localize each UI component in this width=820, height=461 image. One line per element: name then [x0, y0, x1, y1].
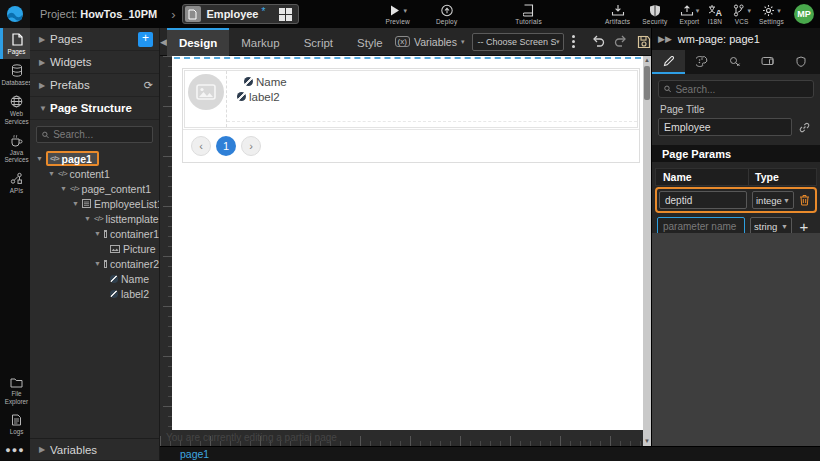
export-button[interactable]: ▾ Export — [679, 4, 699, 25]
scroll-down-icon[interactable]: ▼ — [643, 437, 651, 446]
unsaved-marker: * — [261, 6, 265, 17]
tab-events[interactable] — [718, 50, 751, 74]
globe-icon — [10, 95, 23, 108]
rail-item-java-services[interactable]: Java Services — [0, 129, 30, 167]
name-label-widget[interactable]: Name — [244, 74, 633, 89]
rail-item-databases[interactable]: Databases — [0, 59, 30, 90]
rail-item-file-explorer[interactable]: File Explorer — [0, 372, 30, 408]
left-panel: ▶ Pages + ▶ Widgets ▶ Prefabs ⟳ ▼ Page S… — [30, 28, 160, 461]
add-page-button[interactable]: + — [138, 32, 153, 47]
left-icon-rail: Pages Databases Web Services Java Servic… — [0, 28, 30, 461]
tree-node-label2[interactable]: label2 — [30, 286, 159, 301]
rail-item-apis[interactable]: APIs — [0, 167, 30, 198]
rail-item-web-services[interactable]: Web Services — [0, 90, 30, 128]
tab-styles[interactable] — [685, 50, 718, 74]
more-options-button[interactable] — [572, 35, 575, 48]
item-content-cell[interactable]: Name label2 — [227, 71, 637, 122]
project-breadcrumb: Project: HowTos_10PM — [40, 8, 157, 20]
rail-item-pages[interactable]: Pages — [0, 28, 30, 59]
tab-device[interactable] — [751, 50, 784, 74]
pages-grid-icon[interactable] — [279, 8, 292, 21]
undo-button[interactable] — [591, 35, 605, 48]
bind-link-icon[interactable] — [798, 121, 811, 134]
tab-style[interactable]: Style — [345, 28, 395, 56]
picture-cell[interactable] — [185, 71, 227, 127]
tree-node-picture[interactable]: Picture — [30, 241, 159, 256]
rail-item-logs[interactable]: Logs — [0, 409, 30, 439]
user-avatar[interactable]: MP — [794, 4, 814, 24]
label-widget-icon — [237, 92, 246, 101]
properties-panel-header: ▶▶ wm-page: page1 — [652, 28, 820, 50]
chevron-right-icon: › — [171, 7, 175, 22]
tab-security[interactable] — [784, 50, 817, 74]
pagination-current-page[interactable]: 1 — [216, 136, 236, 156]
delete-param-button[interactable] — [799, 194, 810, 206]
editor-toolbar: ◀ Design Markup Script Style (x) Variabl… — [160, 28, 651, 56]
structure-search[interactable] — [36, 126, 153, 143]
i18n-button[interactable]: A I18N — [707, 4, 722, 25]
open-page-tab[interactable]: Employee * — [182, 4, 300, 24]
list-item-template[interactable]: Name label2 — [184, 70, 638, 128]
structure-search-input[interactable] — [53, 129, 147, 140]
param-type-select[interactable]: intege ▼ — [752, 191, 794, 209]
status-page-name[interactable]: page1 — [180, 448, 209, 460]
page-tab-label: Employee — [207, 8, 259, 20]
tab-design[interactable]: Design — [167, 28, 229, 56]
refresh-icon[interactable]: ⟳ — [144, 79, 153, 92]
column-name: Name — [656, 169, 749, 185]
design-canvas[interactable]: Name label2 ‹ 1 › — [172, 56, 643, 430]
scrollbar-thumb[interactable] — [644, 66, 650, 100]
scroll-up-icon[interactable]: ▲ — [643, 56, 651, 65]
wavemaker-ide: Project: HowTos_10PM › Employee * ▾ Prev… — [0, 0, 820, 461]
tutorials-button[interactable]: Tutorials — [515, 4, 541, 25]
artifacts-button[interactable]: Artifacts — [605, 4, 630, 25]
tree-node-page-content1[interactable]: ▼</>page_content1 — [30, 181, 159, 196]
collapse-left-panel-icon[interactable]: ◀ — [160, 37, 167, 47]
database-icon — [11, 64, 23, 77]
tab-markup[interactable]: Markup — [229, 28, 291, 56]
collapse-panel-icon[interactable]: ▶▶ — [658, 34, 672, 44]
page-title-input[interactable] — [658, 118, 792, 136]
list-pagination: ‹ 1 › — [183, 129, 639, 162]
section-page-structure[interactable]: ▼ Page Structure — [30, 97, 159, 120]
tree-node-page1[interactable]: ▼ </>page1 — [30, 151, 159, 166]
tree-node-container1[interactable]: ▼container1 — [30, 226, 159, 241]
preview-button[interactable]: ▾ Preview — [385, 4, 410, 25]
tree-node-listtemplate1[interactable]: ▼</>listtemplate1 — [30, 211, 159, 226]
wavemaker-logo-icon[interactable] — [0, 0, 30, 28]
employee-list-widget[interactable]: Name label2 ‹ 1 › — [182, 68, 640, 163]
canvas-scrollbar[interactable]: ▲ ▼ — [643, 56, 651, 446]
param-name-input[interactable] — [659, 191, 747, 209]
add-param-button[interactable]: + — [797, 218, 811, 235]
section-pages[interactable]: ▶ Pages + — [30, 28, 159, 51]
chevron-down-icon: ▾ — [461, 38, 465, 46]
properties-search-input[interactable] — [675, 84, 808, 95]
vcs-button[interactable]: ▾ VCS — [732, 4, 751, 25]
screen-size-select[interactable]: -- Choose Screen Size -- ▾ — [472, 33, 564, 51]
pagination-next-button[interactable]: › — [241, 136, 261, 156]
section-variables[interactable]: ▶ Variables — [30, 438, 159, 461]
horizontal-ruler: You are currently editing a partial page — [160, 430, 643, 446]
tab-properties[interactable] — [652, 50, 685, 74]
pagination-prev-button[interactable]: ‹ — [191, 136, 211, 156]
tree-node-container2[interactable]: ▼container2 — [30, 256, 159, 271]
deploy-button[interactable]: Deploy — [436, 4, 457, 25]
variables-menu-button[interactable]: (x) Variables ▾ — [395, 36, 465, 48]
settings-button[interactable]: ▾ Settings — [759, 4, 784, 25]
caret-right-icon: ▶ — [39, 58, 50, 67]
section-widgets[interactable]: ▶ Widgets — [30, 51, 159, 74]
tab-script[interactable]: Script — [292, 28, 345, 56]
section-prefabs[interactable]: ▶ Prefabs ⟳ — [30, 74, 159, 97]
security-button[interactable]: Security — [642, 4, 667, 25]
pencil-icon — [663, 56, 674, 67]
properties-search[interactable] — [658, 80, 814, 98]
tree-node-content1[interactable]: ▼</>content1 — [30, 166, 159, 181]
redo-button[interactable] — [614, 35, 628, 48]
save-button[interactable] — [637, 35, 651, 49]
tree-node-name[interactable]: Name — [30, 271, 159, 286]
param-row-deptid: intege ▼ — [655, 187, 817, 213]
rail-overflow-button[interactable]: ●●● — [0, 439, 30, 461]
label2-widget[interactable]: label2 — [237, 89, 633, 104]
picture-placeholder[interactable] — [188, 74, 224, 110]
tree-node-employeelist1[interactable]: ▼ EmployeeList1 — [30, 196, 159, 211]
